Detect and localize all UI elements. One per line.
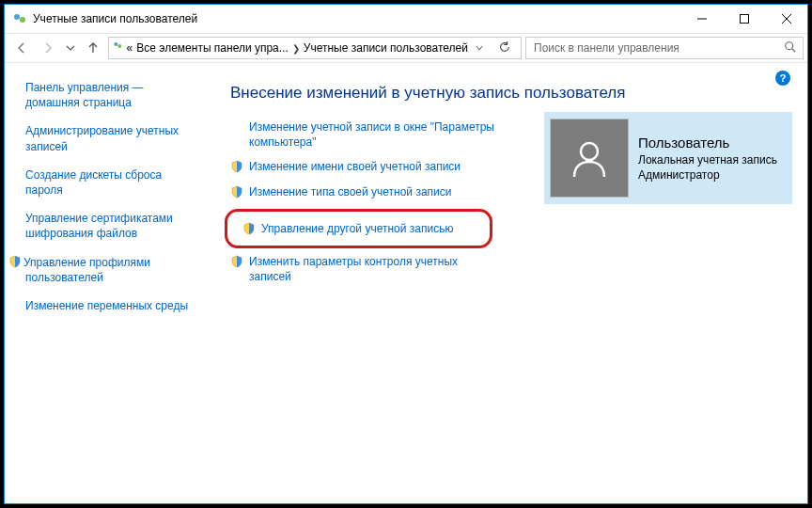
minimize-button[interactable]: [680, 5, 723, 32]
close-button[interactable]: [765, 5, 807, 32]
app-icon: [113, 40, 123, 56]
action-label: Изменение типа своей учетной записи: [249, 184, 503, 199]
search-icon[interactable]: [784, 40, 797, 56]
address-bar[interactable]: « Все элементы панели упра... ❯ Учетные …: [108, 37, 522, 59]
sidebar: Панель управления — домашняя страница Ад…: [5, 63, 202, 503]
search-box[interactable]: [525, 37, 804, 59]
svg-point-7: [117, 44, 121, 48]
shield-icon: [242, 222, 256, 235]
sidebar-link-certificates[interactable]: Управление сертификатами шифрования файл…: [25, 211, 195, 241]
action-change-type[interactable]: Изменение типа своей учетной записи: [230, 184, 503, 199]
breadcrumb-segment[interactable]: Все элементы панели упра...: [134, 41, 290, 55]
shield-icon: [230, 185, 243, 198]
control-panel-window: Учетные записи пользователей: [4, 4, 808, 504]
app-icon: [12, 11, 27, 26]
action-label: Изменение имени своей учетной записи: [249, 159, 503, 174]
maximize-button[interactable]: [723, 5, 765, 32]
shield-icon: [230, 160, 243, 173]
svg-point-0: [14, 14, 20, 20]
action-manage-other[interactable]: Управление другой учетной записью: [242, 221, 475, 236]
sidebar-link-env-vars[interactable]: Изменение переменных среды: [25, 298, 195, 313]
user-name: Пользователь: [638, 134, 777, 152]
highlight-callout: Управление другой учетной записью: [225, 209, 492, 248]
action-label: Изменить параметры контроля учетных запи…: [249, 254, 503, 284]
sidebar-link-profiles[interactable]: Управление профилями пользователей: [25, 255, 195, 285]
svg-point-6: [114, 42, 117, 46]
sidebar-item-label: Управление профилями пользователей: [23, 256, 150, 284]
user-role: Администратор: [638, 167, 777, 183]
avatar: [550, 119, 629, 198]
user-card: Пользователь Локальная учетная запись Ад…: [544, 112, 792, 204]
nav-forward-button[interactable]: [35, 35, 61, 61]
refresh-button[interactable]: [492, 40, 517, 56]
breadcrumb-segment[interactable]: Учетные записи пользователей: [302, 41, 470, 55]
main-content: Внесение изменений в учетную запись поль…: [202, 63, 807, 503]
address-dropdown-button[interactable]: [470, 41, 489, 55]
window-title: Учетные записи пользователей: [33, 12, 197, 25]
svg-rect-3: [740, 14, 748, 23]
user-account-type: Локальная учетная запись: [638, 152, 777, 167]
sidebar-link-reset-disk[interactable]: Создание дискеты сброса пароля: [25, 167, 195, 198]
sidebar-link-home[interactable]: Панель управления — домашняя страница: [25, 80, 195, 110]
shield-icon: [8, 255, 22, 268]
search-input[interactable]: [532, 40, 780, 56]
action-uac-settings[interactable]: Изменить параметры контроля учетных запи…: [230, 254, 503, 284]
titlebar: Учетные записи пользователей: [5, 5, 807, 33]
nav-up-button[interactable]: [80, 35, 106, 61]
action-label: Изменение учетной записи в окне "Парамет…: [249, 119, 503, 150]
action-label: Управление другой учетной записью: [261, 221, 475, 236]
svg-point-10: [581, 143, 598, 160]
action-change-in-settings[interactable]: Изменение учетной записи в окне "Парамет…: [230, 119, 503, 150]
sidebar-link-admin-accounts[interactable]: Администрирование учетных записей: [25, 123, 195, 153]
action-change-name[interactable]: Изменение имени своей учетной записи: [230, 159, 503, 174]
svg-point-8: [786, 41, 793, 49]
page-heading: Внесение изменений в учетную запись поль…: [230, 84, 785, 103]
breadcrumb-prefix: «: [125, 41, 135, 55]
svg-point-1: [20, 17, 25, 23]
recent-locations-button[interactable]: [61, 43, 80, 53]
navigation-bar: « Все элементы панели упра... ❯ Учетные …: [5, 33, 807, 63]
shield-icon: [230, 255, 243, 268]
chevron-right-icon[interactable]: ❯: [292, 43, 300, 54]
nav-back-button[interactable]: [8, 35, 35, 61]
svg-line-9: [792, 48, 796, 52]
